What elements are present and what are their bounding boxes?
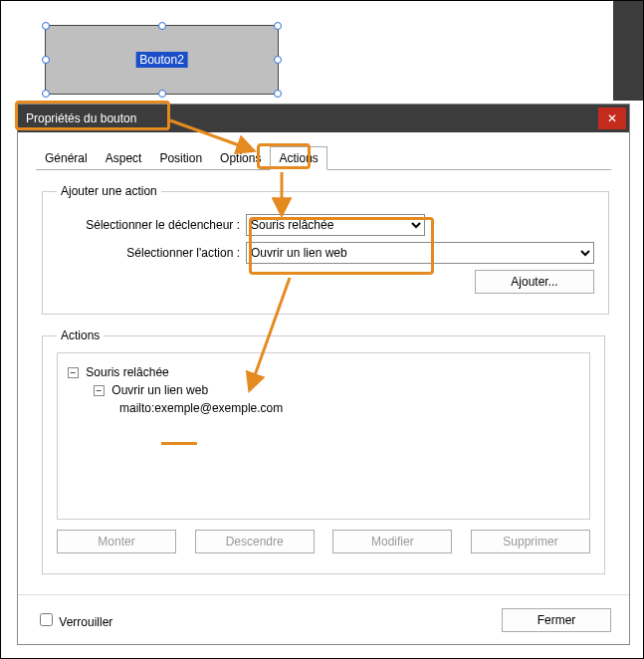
tab-general[interactable]: Général: [36, 146, 97, 170]
legend-actions: Actions: [57, 329, 104, 342]
label-action: Sélectionner l'action :: [57, 246, 246, 260]
fieldset-actions: Actions − Souris relâchée − Ouvrir un li…: [42, 329, 605, 574]
close-icon[interactable]: ✕: [598, 108, 626, 129]
resize-handle[interactable]: [42, 56, 50, 64]
tab-actions[interactable]: Actions: [270, 146, 326, 170]
resize-handle[interactable]: [158, 90, 166, 98]
tree-node-label[interactable]: mailto:exemple@exemple.com: [119, 401, 283, 415]
select-trigger[interactable]: Souris relâchée: [246, 214, 425, 236]
close-button[interactable]: Fermer: [502, 608, 611, 632]
label-trigger: Sélectionner le déclencheur :: [57, 218, 246, 232]
resize-handle[interactable]: [274, 56, 282, 64]
dialog-title: Propriétés du bouton: [26, 111, 136, 125]
tree-node-target: mailto:exemple@exemple.com: [119, 401, 579, 415]
tab-strip: Général Aspect Position Options Actions: [36, 146, 629, 170]
move-up-button[interactable]: Monter: [57, 530, 176, 553]
delete-button[interactable]: Supprimer: [471, 530, 590, 553]
resize-handle[interactable]: [42, 90, 50, 98]
tree-node-label[interactable]: Ouvrir un lien web: [111, 383, 208, 397]
tab-aspect[interactable]: Aspect: [97, 146, 151, 170]
legend-add-action: Ajouter une action: [57, 184, 161, 198]
dialog-titlebar[interactable]: Propriétés du bouton: [18, 105, 629, 132]
tab-position[interactable]: Position: [150, 146, 211, 170]
annotation-underline: [161, 442, 197, 445]
lock-label: Verrouiller: [59, 615, 112, 629]
tab-options[interactable]: Options: [211, 146, 270, 170]
collapse-icon[interactable]: −: [94, 385, 105, 396]
dialog-footer: Verrouiller Fermer: [18, 594, 629, 644]
canvas-button[interactable]: Bouton2: [45, 25, 279, 95]
actions-tree[interactable]: − Souris relâchée − Ouvrir un lien web m…: [57, 352, 590, 520]
move-down-button[interactable]: Descendre: [195, 530, 315, 553]
fieldset-add-action: Ajouter une action Sélectionner le décle…: [42, 184, 609, 315]
tree-node-label[interactable]: Souris relâchée: [86, 365, 168, 379]
tree-node-trigger: − Souris relâchée: [68, 365, 579, 379]
resize-handle[interactable]: [274, 90, 282, 98]
button-properties-dialog: Propriétés du bouton ✕ Général Aspect Po…: [17, 104, 630, 645]
resize-handle[interactable]: [274, 22, 282, 30]
lock-checkbox[interactable]: [40, 613, 53, 626]
resize-handle[interactable]: [158, 22, 166, 30]
add-action-button[interactable]: Ajouter...: [475, 270, 594, 294]
select-action[interactable]: Ouvrir un lien web: [246, 242, 594, 264]
edit-button[interactable]: Modifier: [332, 530, 452, 553]
app-chrome-right: [613, 1, 643, 101]
resize-handle[interactable]: [42, 22, 50, 30]
tree-node-action: − Ouvrir un lien web: [94, 383, 579, 397]
lock-checkbox-wrap[interactable]: Verrouiller: [36, 610, 112, 629]
canvas-button-label: Bouton2: [135, 52, 188, 68]
collapse-icon[interactable]: −: [68, 367, 79, 378]
